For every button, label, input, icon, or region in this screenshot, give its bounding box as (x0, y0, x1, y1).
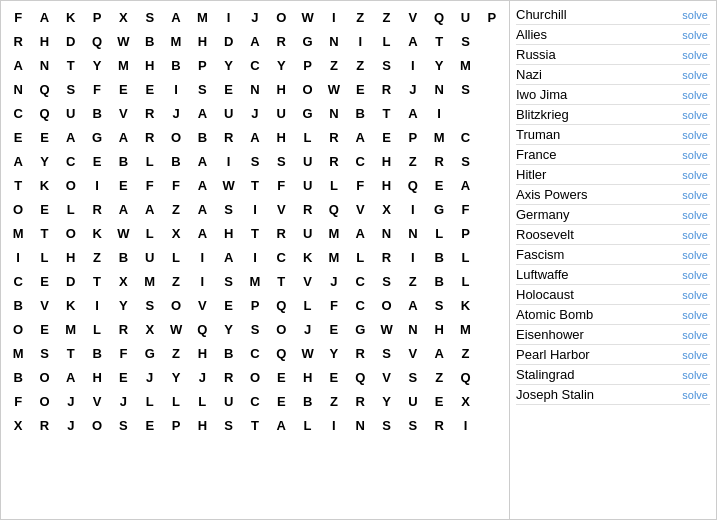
grid-cell[interactable]: S (242, 149, 268, 173)
grid-cell[interactable]: Y (268, 53, 294, 77)
grid-cell[interactable]: A (110, 197, 136, 221)
grid-cell[interactable]: Y (216, 53, 242, 77)
grid-cell[interactable]: O (268, 5, 294, 29)
grid-cell[interactable]: A (5, 53, 31, 77)
grid-cell[interactable]: D (58, 29, 84, 53)
grid-cell[interactable] (479, 221, 505, 245)
grid-cell[interactable]: F (321, 293, 347, 317)
grid-cell[interactable]: Z (163, 197, 189, 221)
grid-cell[interactable] (479, 77, 505, 101)
grid-cell[interactable]: T (242, 413, 268, 437)
grid-cell[interactable]: M (5, 341, 31, 365)
grid-cell[interactable]: W (294, 341, 320, 365)
grid-cell[interactable]: P (84, 5, 110, 29)
grid-cell[interactable]: C (242, 53, 268, 77)
grid-cell[interactable]: L (452, 269, 478, 293)
grid-cell[interactable]: G (294, 101, 320, 125)
grid-cell[interactable] (479, 173, 505, 197)
grid-cell[interactable] (479, 245, 505, 269)
grid-cell[interactable]: J (189, 365, 215, 389)
grid-cell[interactable]: Y (31, 149, 57, 173)
grid-cell[interactable]: V (110, 101, 136, 125)
grid-cell[interactable] (479, 197, 505, 221)
grid-cell[interactable]: I (189, 269, 215, 293)
grid-cell[interactable]: E (31, 197, 57, 221)
grid-cell[interactable]: S (373, 413, 399, 437)
grid-cell[interactable]: U (137, 245, 163, 269)
grid-cell[interactable]: B (189, 125, 215, 149)
grid-cell[interactable]: Y (426, 53, 452, 77)
grid-cell[interactable]: U (294, 221, 320, 245)
grid-cell[interactable]: L (294, 413, 320, 437)
grid-cell[interactable]: R (321, 149, 347, 173)
grid-cell[interactable]: S (268, 149, 294, 173)
grid-cell[interactable]: E (110, 365, 136, 389)
grid-cell[interactable] (479, 53, 505, 77)
grid-cell[interactable] (479, 341, 505, 365)
grid-cell[interactable]: L (294, 293, 320, 317)
grid-cell[interactable]: E (110, 173, 136, 197)
grid-cell[interactable]: A (110, 125, 136, 149)
grid-cell[interactable]: I (84, 293, 110, 317)
grid-cell[interactable]: M (5, 221, 31, 245)
grid-cell[interactable]: O (163, 293, 189, 317)
grid-cell[interactable]: K (58, 293, 84, 317)
grid-cell[interactable]: C (347, 269, 373, 293)
grid-cell[interactable]: I (321, 413, 347, 437)
grid-cell[interactable]: C (268, 245, 294, 269)
grid-cell[interactable]: X (5, 413, 31, 437)
grid-cell[interactable]: O (373, 293, 399, 317)
grid-cell[interactable]: H (58, 245, 84, 269)
grid-cell[interactable]: S (373, 53, 399, 77)
grid-cell[interactable]: C (5, 101, 31, 125)
grid-cell[interactable]: R (137, 101, 163, 125)
grid-cell[interactable] (479, 365, 505, 389)
grid-cell[interactable]: Y (373, 389, 399, 413)
grid-cell[interactable]: S (31, 341, 57, 365)
grid-cell[interactable]: P (294, 53, 320, 77)
grid-cell[interactable]: H (189, 413, 215, 437)
solve-button[interactable]: solve (680, 349, 710, 361)
grid-cell[interactable]: S (216, 269, 242, 293)
grid-cell[interactable]: C (58, 149, 84, 173)
grid-cell[interactable]: I (163, 77, 189, 101)
grid-cell[interactable]: E (31, 317, 57, 341)
grid-cell[interactable]: E (137, 77, 163, 101)
grid-cell[interactable]: V (31, 293, 57, 317)
grid-cell[interactable]: F (84, 77, 110, 101)
grid-cell[interactable]: T (268, 269, 294, 293)
grid-cell[interactable]: U (294, 149, 320, 173)
grid-cell[interactable]: B (426, 269, 452, 293)
grid-cell[interactable]: V (294, 269, 320, 293)
grid-cell[interactable]: A (268, 413, 294, 437)
grid-cell[interactable]: Q (347, 365, 373, 389)
grid-cell[interactable]: O (5, 197, 31, 221)
grid-cell[interactable]: A (189, 101, 215, 125)
grid-cell[interactable]: G (426, 197, 452, 221)
grid-cell[interactable]: R (347, 389, 373, 413)
grid-cell[interactable]: H (189, 29, 215, 53)
grid-cell[interactable]: C (347, 149, 373, 173)
grid-cell[interactable]: Q (189, 317, 215, 341)
grid-cell[interactable]: A (189, 221, 215, 245)
grid-cell[interactable]: O (163, 125, 189, 149)
solve-button[interactable]: solve (680, 69, 710, 81)
grid-cell[interactable]: D (216, 29, 242, 53)
grid-cell[interactable]: K (452, 293, 478, 317)
grid-cell[interactable]: W (321, 77, 347, 101)
grid-cell[interactable]: R (268, 29, 294, 53)
grid-cell[interactable]: A (216, 245, 242, 269)
grid-cell[interactable]: R (373, 77, 399, 101)
grid-cell[interactable]: T (58, 53, 84, 77)
grid-cell[interactable]: I (400, 53, 426, 77)
grid-cell[interactable]: V (400, 341, 426, 365)
grid-cell[interactable]: R (137, 125, 163, 149)
grid-cell[interactable]: X (110, 5, 136, 29)
grid-cell[interactable]: E (426, 173, 452, 197)
grid-cell[interactable]: Q (84, 29, 110, 53)
grid-cell[interactable]: N (5, 77, 31, 101)
grid-cell[interactable]: T (373, 101, 399, 125)
solve-button[interactable]: solve (680, 389, 710, 401)
grid-cell[interactable]: R (31, 413, 57, 437)
grid-cell[interactable]: S (189, 77, 215, 101)
